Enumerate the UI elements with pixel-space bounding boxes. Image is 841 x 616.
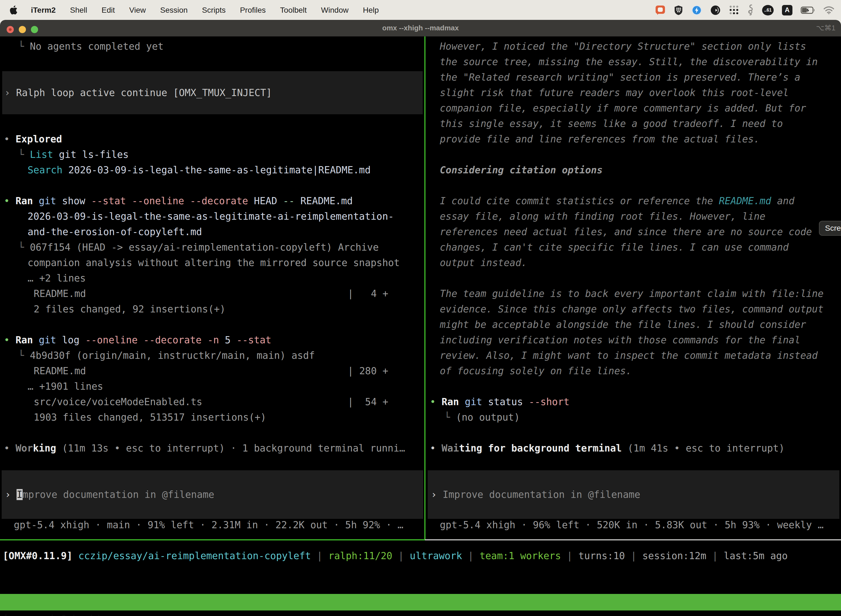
tree-branch-icon: └ [18,242,24,253]
model-status-line-left: gpt-5.4 xhigh · main · 91% left · 2.31M … [14,517,403,532]
readme-file-reference: README.md [719,195,771,207]
badge-61-icon[interactable]: ..61 [762,5,774,15]
thinking-paragraph-line: the source tree, missing the essay. Stil… [440,54,818,70]
omx-version-badge: [OMX#0.11.9] [3,550,73,561]
screen: iTerm2 Shell Edit View Session Scripts P… [0,0,841,616]
squiggle-icon[interactable] [747,4,754,15]
thinking-paragraph-line: companion file, especially if more comme… [440,100,806,116]
terminal-content: └ No agents completed yet › Ralph loop a… [0,37,841,616]
bolt-badge-icon[interactable] [692,5,702,15]
ran-git-log-line: • Ran git log --oneline --decorate -n 5 … [4,332,271,348]
thinking-paragraph-line: provide file and line references from th… [440,131,760,147]
thinking-paragraph-line: slight risk that future readers may over… [440,85,788,100]
agent-input-right[interactable]: › Improve documentation in @filename [428,470,840,519]
thinking-paragraph-line: might be acceptable alongside the file l… [440,317,806,332]
prompt-chevron-icon: › [431,489,437,500]
menu-item-edit[interactable]: Edit [101,6,115,14]
thinking-paragraph-line: review. Also, I might want to inspect th… [440,348,818,363]
menu-item-window[interactable]: Window [321,6,349,14]
menu-bar: iTerm2 Shell Edit View Session Scripts P… [0,0,841,20]
agent-pane-left[interactable]: └ No agents completed yet › Ralph loop a… [0,37,425,540]
agent-pane-right[interactable]: However, I noticed the "Directory Struct… [426,37,841,540]
menu-items: iTerm2 Shell Edit View Session Scripts P… [31,6,379,14]
menu-item-toolbelt[interactable]: Toolbelt [280,6,307,14]
badge-61-label: ..61 [764,7,772,12]
collapsed-lines-indicator: … +2 lines [28,270,86,286]
thinking-paragraph-line: essay file, along with finding root file… [440,209,765,224]
git-show-commit-line: └ 067f154 (HEAD -> essay/ai-reimplementa… [18,239,379,255]
menu-item-session[interactable]: Session [160,6,188,14]
omx-last-activity: last:5m ago [724,550,788,561]
thinking-paragraph-line: However, I noticed the "Directory Struct… [440,39,806,54]
input-line[interactable]: › Improve documentation in @filename [5,487,214,502]
tmux-session-window[interactable]: [omx-cczip0:bash* [3,610,101,616]
injected-command-box: › Ralph loop active continue [OMX_TMUX_I… [2,71,423,114]
agent-input-left[interactable]: › Improve documentation in @filename [1,470,423,519]
omx-status-bar: [OMX#0.11.9] cczip/essay/ai-reimplementa… [0,548,841,563]
prompt-chevron-icon: › [4,87,10,98]
thinking-paragraph-line: evidence. Since this change only affects… [440,301,823,317]
tree-branch-icon: └ [18,41,24,52]
git-show-commit-line: companion analysis without altering the … [28,255,400,270]
menu-item-shell[interactable]: Shell [70,6,87,14]
ran-git-status-line: • Ran git status --short [430,394,570,409]
explored-header: • Explored [4,131,62,147]
explored-search-line: Search 2026-03-09-is-legal-the-same-as-l… [28,162,371,178]
menu-item-profiles[interactable]: Profiles [240,6,266,14]
thinking-paragraph-line: including verification notes with those … [440,332,800,348]
tree-branch-icon: └ [18,149,24,160]
chat-bubble-icon[interactable] [655,5,665,15]
thinking-paragraph-line: The team guideline is to back every impo… [440,286,823,301]
thinking-paragraph-line: references need actual files, and since … [440,224,812,239]
thinking-paragraph-line: the "Related research writing" section i… [440,70,800,85]
pane-divider[interactable] [424,37,425,540]
pie-circle-icon[interactable] [710,5,721,15]
grid-shield-icon[interactable] [674,5,683,15]
model-status-line-right: gpt-5.4 xhigh · 96% left · 520K in · 5.8… [440,517,823,532]
input-line[interactable]: › Improve documentation in @filename [431,487,640,502]
ralph-loop-line: › Ralph loop active continue [OMX_TMUX_I… [4,85,272,100]
git-show-output-line: 2026-03-09-is-legal-the-same-as-legitima… [28,209,394,224]
battery-icon[interactable] [801,6,815,13]
menu-item-view[interactable]: View [129,6,146,14]
thinking-paragraph-line: output instead. [440,255,527,270]
bullet-icon: • [4,443,10,454]
menu-item-help[interactable]: Help [363,6,379,14]
window-title-bar[interactable]: omx --xhigh --madmax ⌥⌘1 [0,20,841,37]
bullet-icon: • [430,443,436,454]
bullet-icon: • [4,133,10,145]
bullet-icon: • [430,396,436,407]
diffstat-line: README.md | 4 + [34,286,388,301]
thinking-paragraph-line: this single essay, it seems like a good … [440,116,783,131]
window-title: omx --xhigh --madmax [0,20,841,37]
diffstat-summary: 1903 files changed, 513517 insertions(+) [34,409,266,425]
screen-overlay-tooltip: Scre [819,221,841,236]
omx-session-timer: session:12m [642,550,706,561]
diffstat-line: src/voice/voiceModeEnabled.ts | 54 + [34,394,388,409]
apple-menu-icon[interactable] [10,5,19,15]
menu-item-scripts[interactable]: Scripts [202,6,226,14]
omx-mode-badge: ultrawork [410,550,462,561]
omx-ralph-counter: ralph:11/20 [328,550,393,561]
thinking-paragraph-line: changes, I can't cite specific file line… [440,239,788,255]
tmux-status-bar: [omx-cczip0:bash* "MacBook-Pro-44.local"… [0,594,841,610]
omx-branch-path: cczip/essay/ai-reimplementation-copyleft [78,550,311,561]
git-log-output-line: └ 4b9d30f (origin/main, instructkr/main,… [18,348,315,363]
git-show-output-line: and-the-erosion-of-copyleft.md [28,224,202,239]
window-hotkey-badge: ⌥⌘1 [816,20,835,37]
pane-bottom-separator-left [0,539,425,540]
ran-git-show-line: • Ran git show --stat --oneline --decora… [4,193,353,209]
input-source-label: A [785,6,790,14]
prompt-chevron-icon: › [5,489,11,500]
bullet-icon: • [4,334,10,346]
omx-team-badge: team:1 workers [479,550,561,561]
input-source-a-icon[interactable]: A [782,5,793,15]
menu-item-iterm2[interactable]: iTerm2 [31,6,56,14]
omx-turns-counter: turns:10 [578,550,625,561]
diffstat-summary: 2 files changed, 92 insertions(+) [34,301,226,317]
no-output-line: └ (no output) [444,409,520,425]
bullet-icon: • [4,195,10,207]
dots-grid-icon[interactable] [729,5,739,15]
text-cursor: I [16,489,22,500]
wifi-icon[interactable] [823,6,834,14]
